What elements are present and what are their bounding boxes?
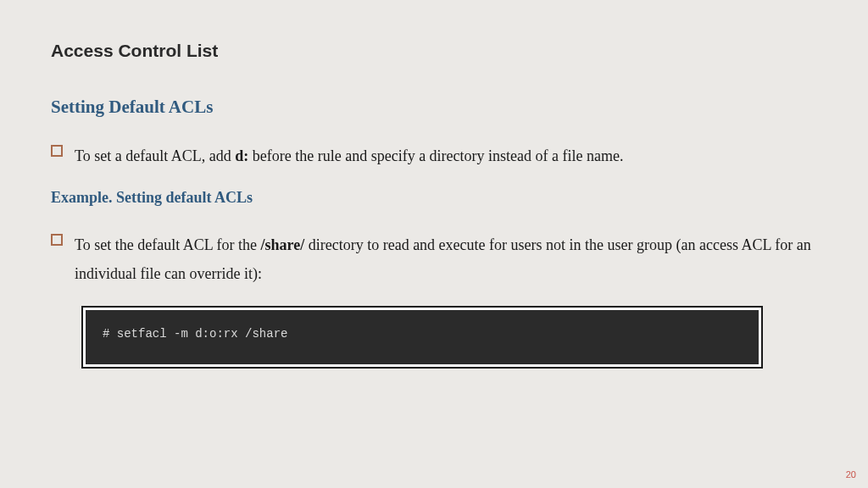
bullet-text: To set the default ACL for the /share/ d… — [75, 230, 817, 288]
example-heading: Example. Setting default ACLs — [51, 189, 817, 207]
slide-content: Access Control List Setting Default ACLs… — [0, 0, 868, 392]
bullet-item: To set the default ACL for the /share/ d… — [51, 230, 817, 288]
page-title: Access Control List — [51, 41, 817, 61]
square-bullet-icon — [51, 145, 63, 157]
square-bullet-icon — [51, 234, 63, 246]
bullet-text: To set a default ACL, add d: before the … — [75, 141, 624, 170]
bullet-item: To set a default ACL, add d: before the … — [51, 141, 817, 170]
code-text: # setfacl -m d:o:rx /share — [103, 327, 287, 341]
page-number: 20 — [846, 469, 856, 480]
code-block: # setfacl -m d:o:rx /share — [83, 308, 761, 367]
section-heading: Setting Default ACLs — [51, 97, 817, 118]
